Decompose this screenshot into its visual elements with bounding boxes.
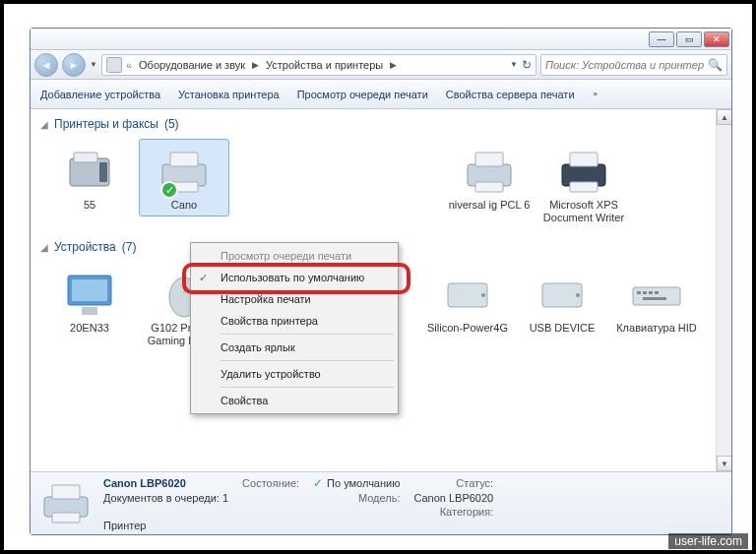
printer-icon [40,481,92,526]
refresh-icon[interactable]: ↻ [522,58,532,72]
ctx-printer-props[interactable]: Свойства принтера [193,310,396,332]
svg-rect-13 [72,279,107,301]
ctx-label: Использовать по умолчанию [220,272,364,283]
search-input[interactable] [545,59,704,71]
printer-icon [460,146,519,197]
check-icon: ✓ [313,476,323,490]
default-check-icon: ✓ [160,181,178,199]
svg-rect-28 [643,291,647,294]
category-count: (5) [164,117,179,131]
svg-rect-29 [649,291,653,294]
device-item[interactable]: Клавиатура HID [611,262,702,339]
details-category-value: Принтер [103,520,228,531]
close-button[interactable]: ✕ [704,31,729,47]
ctx-properties[interactable]: Свойства [193,390,396,411]
scroll-down-icon[interactable]: ▼ [717,456,731,471]
svg-rect-11 [570,182,598,192]
minimize-button[interactable]: — [649,31,674,47]
back-button[interactable]: ◄ [34,53,58,77]
details-state-label: Состояние: [242,477,299,489]
device-label: Клавиатура HID [616,322,697,335]
details-state-value: ✓По умолчанию [313,476,400,490]
ctx-remove-device[interactable]: Удалить устройство [193,363,396,385]
svg-rect-31 [643,297,666,300]
ctx-view-queue[interactable]: Просмотр очереди печати [193,245,396,267]
breadcrumb-sep-icon: « [124,59,134,71]
breadcrumb-item[interactable]: Устройства и принтеры [263,59,386,71]
explorer-window: — ▭ ✕ ◄ ► ▼ « Оборудование и звук ▶ Устр… [30,28,732,535]
scroll-up-icon[interactable]: ▲ [717,109,731,125]
chevron-down-icon: ◢ [40,242,48,253]
hdd-icon [438,269,497,320]
chevron-down-icon: ◢ [40,119,48,130]
add-device-button[interactable]: Добавление устройства [40,89,160,100]
svg-point-23 [481,293,485,297]
printer-icon [554,146,613,197]
ctx-set-default[interactable]: ✓ Использовать по умолчанию [193,267,396,288]
breadcrumb[interactable]: « Оборудование и звук ▶ Устройства и при… [101,54,536,76]
chevron-right-icon[interactable]: ▶ [388,60,399,70]
details-name: Canon LBP6020 [103,477,228,489]
device-item[interactable]: Microsoft XPS Document Writer [538,139,629,228]
ctx-separator [220,334,394,335]
device-item-selected[interactable]: ✓ Cano [139,139,229,216]
svg-rect-1 [74,153,97,162]
printers-row: 55 ✓ Cano niversal ig PCL 6 [31,135,731,232]
device-item[interactable]: USB DEVICE [517,262,607,339]
details-category-label: Категория: [413,506,493,518]
watermark: user-life.com [668,533,748,549]
toolbar-overflow-icon[interactable]: » [594,90,598,98]
forward-button[interactable]: ► [62,53,86,77]
location-icon [106,57,122,73]
breadcrumb-item[interactable]: Оборудование и звук [136,59,248,71]
svg-rect-4 [170,153,198,166]
svg-rect-26 [633,287,680,305]
breadcrumb-dropdown-icon[interactable]: ▼ [510,60,518,69]
svg-rect-30 [655,291,659,294]
server-props-button[interactable]: Свойства сервера печати [446,89,575,100]
details-status-label: Статус: [413,477,493,489]
svg-rect-8 [475,182,503,192]
device-label: USB DEVICE [530,322,596,335]
svg-rect-10 [570,153,598,166]
device-item[interactable]: 55 [44,139,135,216]
details-model-value: Canon LBP6020 [413,492,493,504]
device-label: 55 [84,199,95,212]
hdd-icon [533,269,592,320]
ctx-create-shortcut[interactable]: Создать ярлык [193,337,396,358]
printer-icon: ✓ [155,146,214,197]
chevron-right-icon[interactable]: ▶ [250,60,261,70]
ctx-print-prefs[interactable]: Настройка печати [193,288,396,310]
device-item[interactable]: Silicon-Power4G [422,262,513,339]
toolbar: Добавление устройства Установка принтера… [31,80,731,109]
svg-rect-33 [52,485,80,499]
fax-icon [60,146,119,197]
maximize-button[interactable]: ▭ [676,31,702,47]
context-menu: Просмотр очереди печати ✓ Использовать п… [190,242,399,414]
details-pane: Canon LBP6020 Состояние: ✓По умолчанию С… [31,471,731,534]
device-label: Microsoft XPS Document Writer [541,199,626,223]
view-queue-button[interactable]: Просмотр очереди печати [297,89,428,100]
history-dropdown-icon[interactable]: ▼ [90,60,97,69]
category-label: Устройства [54,240,116,254]
search-box[interactable]: 🔍 [540,54,727,76]
svg-rect-7 [475,153,503,166]
navbar: ◄ ► ▼ « Оборудование и звук ▶ Устройства… [31,50,731,80]
category-label: Принтеры и факсы [54,117,158,131]
details-model-label: Модель: [313,492,400,504]
device-label: niversal ig PCL 6 [449,199,531,212]
device-item[interactable]: niversal ig PCL 6 [444,139,535,216]
svg-point-25 [576,293,580,297]
device-label: Cano [171,199,197,212]
vertical-scrollbar[interactable]: ▲ ▼ [716,109,731,471]
check-icon: ✓ [199,272,208,284]
svg-rect-27 [637,291,641,294]
content-area: ◢ Принтеры и факсы (5) 55 ✓ Cano [31,109,731,471]
category-printers[interactable]: ◢ Принтеры и факсы (5) [31,109,731,135]
device-item[interactable]: 20EN33 [44,262,135,339]
category-count: (7) [122,240,137,254]
details-status-value: Документов в очереди: 1 [103,492,228,504]
add-printer-button[interactable]: Установка принтера [178,89,280,100]
search-icon: 🔍 [708,58,723,72]
svg-rect-2 [99,162,107,182]
